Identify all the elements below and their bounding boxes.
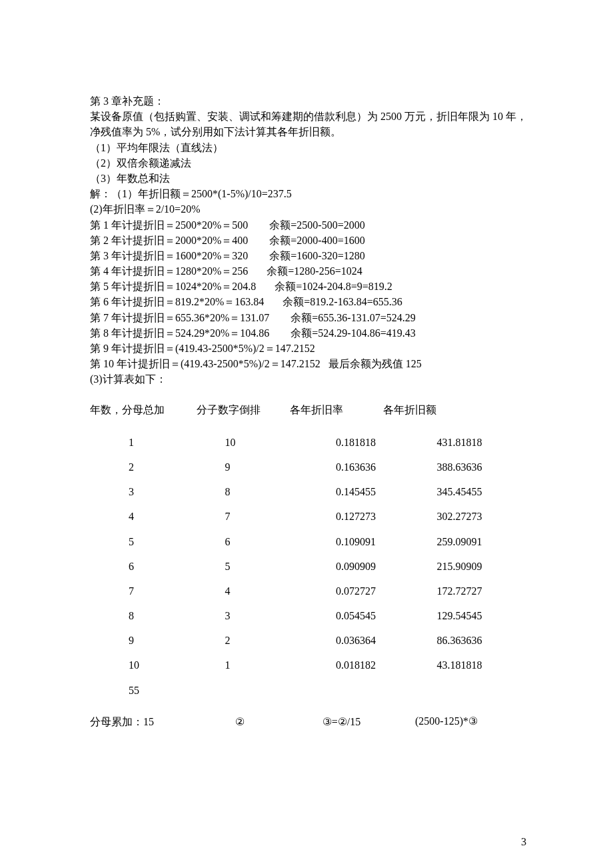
- table-row: 290.163636388.63636: [90, 459, 533, 475]
- page-content: 第 3 章补充题： 某设备原值（包括购置、安装、调试和筹建期的借款利息）为 25…: [0, 0, 613, 729]
- table-header-row: 年数，分母总加 分子数字倒排 各年折旧率 各年折旧额: [90, 402, 533, 417]
- table-cell: 5: [90, 534, 193, 549]
- table-row: 650.090909215.90909: [90, 559, 533, 574]
- table-cell: 9: [193, 459, 321, 475]
- table-cell: 3: [193, 608, 321, 623]
- problem-line: （2）双倍余额递减法: [90, 155, 533, 171]
- table-header: 各年折旧率: [290, 402, 383, 417]
- table-cell: 0.109091: [321, 534, 435, 549]
- table-cell: 43.181818: [435, 657, 533, 673]
- table-row: 1010.01818243.181818: [90, 657, 533, 673]
- table-cell: 9: [90, 633, 193, 648]
- table-row: 560.109091259.09091: [90, 534, 533, 549]
- table-cell: 0.072727: [321, 583, 435, 599]
- chapter-title: 第 3 章补充题：: [90, 93, 533, 109]
- table-footer-row: 分母累加：15 ② ③=②/15 (2500-125)*③: [90, 714, 533, 729]
- table-cell: 10: [193, 435, 321, 450]
- table-cell: 4: [193, 583, 321, 599]
- table-row: 740.072727172.72727: [90, 583, 533, 599]
- depreciation-table: 年数，分母总加 分子数字倒排 各年折旧率 各年折旧额 1100.18181843…: [90, 402, 533, 729]
- table-cell: 3: [90, 484, 193, 499]
- method2-line: 第 6 年计提折旧＝819.2*20%＝163.84 余额=819.2-163.…: [90, 294, 533, 309]
- table-cell: 431.81818: [435, 435, 533, 450]
- table-cell: 0.018182: [321, 657, 435, 673]
- table-cell: 1: [90, 435, 193, 450]
- method2-line: 第 7 年计提折旧＝655.36*20%＝131.07 余额=655.36-13…: [90, 310, 533, 325]
- table-cell: 6: [193, 534, 321, 549]
- table-cell: 1: [193, 657, 321, 673]
- table-cell: 0.054545: [321, 608, 435, 623]
- method2-line: 第 4 年计提折旧＝1280*20%＝256 余额=1280-256=1024: [90, 263, 533, 279]
- table-cell: 129.54545: [435, 608, 533, 623]
- table-cell: 172.72727: [435, 583, 533, 599]
- table-cell: 6: [90, 559, 193, 574]
- problem-line: （3）年数总和法: [90, 171, 533, 186]
- table-cell: 0.127273: [321, 509, 435, 524]
- page-number: 3: [521, 836, 526, 848]
- table-cell: 302.27273: [435, 509, 533, 524]
- method2-line: 第 5 年计提折旧＝1024*20%＝204.8 余额=1024-204.8=9…: [90, 279, 533, 294]
- table-header: 年数，分母总加: [90, 402, 197, 417]
- table-cell: 86.363636: [435, 633, 533, 648]
- footer-cell: (2500-125)*③: [393, 715, 500, 729]
- method2-line: 第 2 年计提折旧＝2000*20%＝400 余额=2000-400=1600: [90, 233, 533, 248]
- table-header: 各年折旧额: [383, 402, 490, 417]
- table-row: 920.03636486.363636: [90, 633, 533, 648]
- table-cell: 10: [90, 657, 193, 673]
- problem-line: 某设备原值（包括购置、安装、调试和筹建期的借款利息）为 2500 万元，折旧年限…: [90, 109, 533, 124]
- table-cell: 215.90909: [435, 559, 533, 574]
- table-row: 1100.181818431.81818: [90, 435, 533, 450]
- method2-line: 第 1 年计提折旧＝2500*20%＝500 余额=2500-500=2000: [90, 217, 533, 233]
- table-cell: 259.09091: [435, 534, 533, 549]
- table-row: 380.145455345.45455: [90, 484, 533, 499]
- method2-line: 第 8 年计提折旧＝524.29*20%＝104.86 余额=524.29-10…: [90, 325, 533, 341]
- table-cell: 0.163636: [321, 459, 435, 475]
- table-cell: 388.63636: [435, 459, 533, 475]
- method3-intro: (3)计算表如下：: [90, 371, 533, 387]
- problem-line: （1）平均年限法（直线法）: [90, 140, 533, 155]
- table-cell: 2: [90, 459, 193, 475]
- problem-line: 净残值率为 5%，试分别用如下法计算其各年折旧额。: [90, 124, 533, 139]
- table-cell: 4: [90, 509, 193, 524]
- footer-cell: 分母累加：15: [90, 714, 190, 729]
- table-cell: 7: [193, 509, 321, 524]
- table-cell: 8: [90, 608, 193, 623]
- method2-line: 第 10 年计提折旧＝(419.43-2500*5%)/2＝147.2152 最…: [90, 356, 533, 371]
- table-cell: 0.090909: [321, 559, 435, 574]
- method2-line: 第 3 年计提折旧＝1600*20%＝320 余额=1600-320=1280: [90, 248, 533, 263]
- table-cell: 2: [193, 633, 321, 648]
- footer-cell: ②: [190, 714, 290, 729]
- table-cell: 0.181818: [321, 435, 435, 450]
- table-cell: 5: [193, 559, 321, 574]
- solution-intro: 解：（1）年折旧额＝2500*(1-5%)/10=237.5: [90, 186, 533, 201]
- table-cell: 7: [90, 583, 193, 599]
- table-row: 470.127273302.27273: [90, 509, 533, 524]
- table-cell: 8: [193, 484, 321, 499]
- sum-value: 55: [90, 683, 195, 698]
- table-cell: 0.036364: [321, 633, 435, 648]
- table-body: 1100.181818431.81818290.163636388.636363…: [90, 435, 533, 673]
- table-cell: 345.45455: [435, 484, 533, 499]
- table-sum-row: 55: [90, 683, 533, 698]
- table-row: 830.054545129.54545: [90, 608, 533, 623]
- table-cell: 0.145455: [321, 484, 435, 499]
- table-header: 分子数字倒排: [197, 402, 290, 417]
- method2-line: 第 9 年计提折旧＝(419.43-2500*5%)/2＝147.2152: [90, 341, 533, 356]
- method2-line: (2)年折旧率＝2/10=20%: [90, 201, 533, 217]
- footer-cell: ③=②/15: [290, 714, 393, 729]
